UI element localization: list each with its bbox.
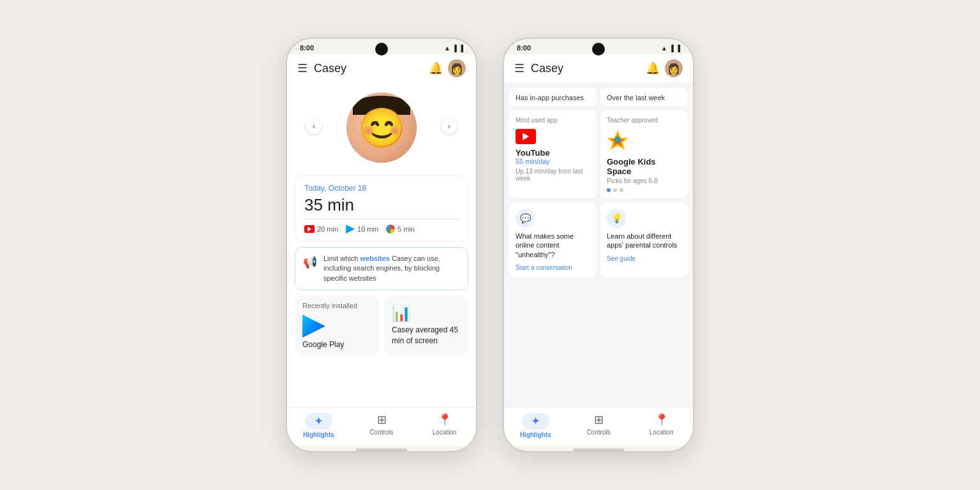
youtube-icon-small — [304, 225, 315, 233]
nav-highlights-2[interactable]: ✦ Highlights — [504, 413, 567, 438]
nav-highlights-1[interactable]: ✦ Highlights — [287, 413, 350, 438]
carousel-dots — [607, 188, 681, 192]
youtube-time-item: 20 min — [304, 225, 338, 233]
recently-section: Recently installed Google Play 📊 Casey a… — [295, 295, 468, 355]
websites-link[interactable]: websites — [360, 255, 389, 262]
battery-icon-2: ▐ — [676, 45, 680, 52]
menu-icon-1[interactable]: ☰ — [297, 61, 308, 75]
main-cards-row: Most used app YouTube 55 min/day Up 13 m… — [509, 110, 688, 198]
website-limit-text: Limit which websites Casey can use, incl… — [323, 254, 460, 283]
teacher-label: Teacher approved — [607, 117, 681, 124]
wifi-icon: ▲ — [444, 45, 450, 52]
controls-label-1: Controls — [369, 429, 393, 436]
child-avatar — [346, 93, 417, 163]
status-time-2: 8:00 — [517, 44, 531, 52]
guide-cta-2[interactable]: See guide — [607, 255, 681, 262]
nav-location-2[interactable]: 📍 Location — [630, 413, 693, 438]
megaphone-icon: 📢 — [303, 255, 317, 269]
page-title-1: Casey — [314, 62, 429, 75]
google-play-icon — [302, 315, 325, 338]
nav-controls-2[interactable]: ⊞ Controls — [567, 413, 630, 438]
play-icon-small — [346, 225, 355, 234]
top-cards-row: Has in-app purchases Over the last week — [509, 87, 688, 107]
controls-label-2: Controls — [586, 429, 610, 436]
iap-card: Has in-app purchases — [509, 87, 597, 107]
play-time-item: 10 min — [346, 225, 378, 234]
most-used-change: Up 13 min/day from last week — [516, 168, 590, 182]
next-child-button[interactable]: › — [442, 119, 457, 134]
dot-3 — [620, 188, 623, 192]
avatar-2[interactable]: 👩 — [665, 59, 683, 77]
status-bar-2: 8:00 ▲ ▐ ▐ — [504, 39, 693, 54]
dot-2 — [613, 188, 617, 192]
battery-icon: ▐ — [459, 45, 463, 52]
recently-installed-label: Recently installed — [302, 302, 371, 309]
most-used-card[interactable]: Most used app YouTube 55 min/day Up 13 m… — [509, 110, 597, 198]
bar-chart-icon: 📊 — [392, 304, 461, 322]
gks-icon — [607, 129, 628, 151]
bell-icon-2[interactable]: 🔔 — [646, 61, 660, 75]
date-section: Today, October 18 35 min 20 min 10 min 5… — [295, 175, 468, 242]
phone2-content: Has in-app purchases Over the last week … — [504, 82, 693, 407]
location-icon-2: 📍 — [655, 413, 669, 427]
prev-child-button[interactable]: ‹ — [306, 119, 322, 134]
app-header-2: ☰ Casey 🔔 👩 — [504, 54, 693, 82]
dot-1 — [607, 188, 611, 192]
chrome-icon-small — [386, 225, 395, 234]
date-label: Today, October 18 — [304, 184, 459, 193]
guide-cta-1[interactable]: Start a conversation — [516, 264, 590, 271]
notch-2 — [592, 43, 605, 56]
app-times: 20 min 10 min 5 min — [304, 225, 459, 234]
nav-location-1[interactable]: 📍 Location — [413, 413, 476, 438]
location-label-1: Location — [433, 429, 457, 436]
recently-installed-card[interactable]: Recently installed Google Play — [295, 295, 379, 355]
guide-card-2[interactable]: 💡 Learn about different apps' parental c… — [600, 202, 688, 278]
wifi-icon-2: ▲ — [661, 45, 667, 52]
location-icon-1: 📍 — [438, 413, 452, 427]
time-divider — [304, 219, 459, 219]
youtube-icon-large — [516, 129, 536, 144]
teacher-app-name: Google Kids Space — [607, 157, 681, 176]
teacher-description: Picks for ages 6-8 — [607, 177, 681, 184]
teacher-approved-card[interactable]: Teacher approved Google Kids Space Picks… — [600, 110, 688, 198]
lightbulb-icon-symbol: 💡 — [611, 213, 622, 223]
child-face — [346, 93, 417, 163]
app-header-1: ☰ Casey 🔔 👩 — [287, 54, 476, 82]
iap-card-label: Has in-app purchases — [516, 94, 590, 101]
header-icons-1: 🔔 👩 — [429, 59, 466, 77]
highlights-icon-2: ✦ — [531, 415, 540, 427]
nav-controls-1[interactable]: ⊞ Controls — [350, 413, 413, 438]
bottom-nav-2: ✦ Highlights ⊞ Controls 📍 Location — [504, 407, 693, 446]
highlights-icon-bg: ✦ — [305, 413, 332, 429]
status-time-1: 8:00 — [300, 44, 314, 52]
highlights-icon: ✦ — [314, 415, 323, 427]
controls-icon-2: ⊞ — [594, 413, 604, 427]
svg-point-3 — [616, 138, 620, 142]
highlights-label-2: Highlights — [520, 431, 551, 438]
most-used-label: Most used app — [516, 117, 590, 124]
notch-1 — [375, 43, 388, 56]
header-icons-2: 🔔 👩 — [646, 59, 683, 77]
website-limit-card[interactable]: 📢 Limit which websites Casey can use, in… — [295, 247, 468, 290]
avatar-1[interactable]: 👩 — [448, 59, 466, 77]
signal-icon: ▐ — [452, 45, 457, 52]
guide-title-1: What makes some online content "unhealth… — [516, 232, 590, 259]
status-icons-1: ▲ ▐ ▐ — [444, 45, 463, 52]
highlights-label-1: Highlights — [303, 431, 334, 438]
home-indicator-2 — [573, 449, 624, 451]
chat-icon: 💬 — [516, 209, 535, 228]
week-card: Over the last week — [600, 87, 688, 107]
menu-icon-2[interactable]: ☰ — [514, 61, 524, 75]
recent-app-name: Google Play — [302, 340, 371, 349]
most-used-time: 55 min/day — [516, 158, 590, 165]
avg-card: 📊 Casey averaged 45 min of screen — [384, 295, 468, 355]
guide-card-1[interactable]: 💬 What makes some online content "unheal… — [509, 202, 597, 278]
bell-icon-1[interactable]: 🔔 — [429, 61, 443, 75]
home-indicator-1 — [356, 449, 407, 451]
location-label-2: Location — [650, 429, 674, 436]
guide-cards-row: 💬 What makes some online content "unheal… — [509, 202, 688, 278]
most-used-app-name: YouTube — [516, 148, 590, 158]
controls-icon-1: ⊞ — [377, 413, 387, 427]
youtube-time: 20 min — [317, 225, 338, 233]
avg-text: Casey averaged 45 min of screen — [392, 325, 461, 346]
